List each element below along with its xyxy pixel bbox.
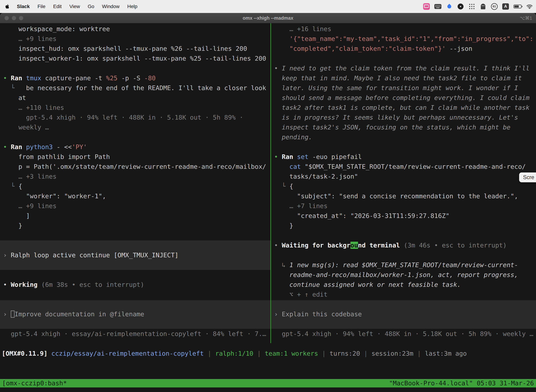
terminal-line: … +9 lines	[3, 201, 270, 211]
terminal-line: "completed","claim_token":"claim-token"}…	[274, 44, 536, 54]
terminal-line: }	[274, 221, 536, 231]
window-title: omx --xhigh --madmax	[0, 15, 536, 21]
window-shortcut-hint: ⌥⌘1	[520, 15, 532, 21]
terminal-line: continue assigned work or next feasible …	[274, 280, 536, 289]
terminal-line: … +16 lines	[274, 24, 536, 34]
terminal-line: … +7 lines	[274, 201, 536, 211]
terminal-line: … +3 lines	[3, 172, 270, 182]
apple-menu-icon[interactable]	[5, 4, 9, 9]
menu-help[interactable]: Help	[127, 4, 138, 9]
terminal-line: '{"team_name":"my-team","task_id":"1","f…	[274, 34, 536, 44]
menu-bar: Slack File Edit View Go Window Help 61 A	[0, 0, 536, 13]
omx-status-line: [OMX#0.11.9] cczip/essay/ai-reimplementa…	[2, 349, 467, 359]
terminal-line: └ be necessary for the end of the README…	[3, 83, 270, 93]
battery-icon[interactable]	[513, 2, 522, 10]
terminal-line: ]	[3, 211, 270, 221]
terminal-line: ↳ 1 new msg(s): read $OMX_TEAM_STATE_ROO…	[274, 260, 536, 270]
terminal-line: cat "$OMX_TEAM_STATE_ROOT/team/review-cu…	[274, 162, 536, 172]
terminal-line: "created_at": "2026-03-31T11:59:27.816Z"	[274, 211, 536, 221]
terminal-line: › Ralph loop active continue [OMX_TMUX_I…	[3, 250, 270, 260]
terminal-line: weekly …	[3, 122, 270, 132]
window-title-bar[interactable]: omx --xhigh --madmax ⌥⌘1	[0, 13, 536, 23]
terminal-line: "worker": "worker-1",	[3, 191, 270, 201]
screen-recording-icon[interactable]	[423, 2, 430, 10]
left-terminal-pane[interactable]: workspace_mode: worktree … +9 lines insp…	[0, 23, 270, 343]
app-menu-slack[interactable]: Slack	[17, 4, 30, 9]
ghost-icon[interactable]	[480, 2, 486, 10]
dots-grid-icon[interactable]	[469, 2, 475, 10]
terminal-line: … +9 lines	[3, 34, 270, 44]
terminal-line: "subject": "send a concise recommendatio…	[274, 191, 536, 201]
menu-edit[interactable]: Edit	[53, 4, 62, 9]
terminal-line: pending.	[274, 132, 536, 142]
tmux-session-label: [omx-cczip0:bash*	[2, 379, 67, 387]
menu-file[interactable]: File	[38, 4, 45, 9]
terminal-line: inspect task2's JSON, focusing on the st…	[274, 122, 536, 132]
terminal-line: is in progress? It seems likely but perh…	[274, 112, 536, 122]
keyboard-icon[interactable]	[434, 2, 441, 10]
terminal-line: › Improve documentation in @filename	[3, 309, 270, 319]
tmux-status-bar: [omx-cczip0:bash* "MacBook-Pro-44.local"…	[0, 379, 536, 387]
terminal-line: inspect_worker-1: omx sparkshell --tmux-…	[3, 54, 270, 63]
terminal-line: gpt-5.4 xhigh · essay/ai-reimplementatio…	[3, 329, 270, 339]
menu-bar-left: Slack File Edit View Go Window Help	[5, 4, 137, 9]
terminal-line: from pathlib import Path	[3, 152, 270, 162]
terminal-line: should send a message before completing …	[274, 93, 536, 103]
terminal-line: keep that in mind. Maybe I also need the…	[274, 73, 536, 83]
dark-app-icon[interactable]	[457, 2, 464, 10]
terminal-line: tasks/task-2.json"	[274, 172, 536, 182]
terminal-line: gpt-5.4 xhigh · 94% left · 488K in · 5.1…	[274, 329, 536, 339]
badge-61-icon[interactable]: 61	[491, 3, 498, 10]
terminal-line: gpt-5.4 xhigh · 94% left · 488K in · 5.1…	[3, 112, 270, 122]
terminal-line: later. Using the same for transition mig…	[274, 83, 536, 93]
terminal-line: • Ran set -euo pipefail	[274, 152, 536, 162]
screen-share-overlay: Scre	[519, 173, 536, 182]
terminal-line: └ {	[274, 182, 536, 191]
menu-bar-status-icons: 61 A	[423, 2, 533, 10]
terminal-line: … +110 lines	[3, 103, 270, 112]
tmux-host-clock: "MacBook-Pro-44.local" 05:03 31-Mar-26	[389, 379, 534, 387]
terminal-line: p = Path('.omx/state/team/review-current…	[3, 162, 270, 172]
terminal-line: • Ran python3 - <<'PY'	[3, 142, 270, 152]
terminal-line: └ {	[3, 182, 270, 191]
terminal-line: • Ran tmux capture-pane -t %25 -p -S -80	[3, 73, 270, 83]
terminal-line: • Waiting for background terminal (3m 46…	[274, 240, 536, 250]
menu-view[interactable]: View	[69, 4, 80, 9]
terminal: workspace_mode: worktree … +9 lines insp…	[0, 23, 536, 392]
terminal-line: workspace_mode: worktree	[3, 24, 270, 34]
terminal-line: • Working (6m 38s • esc to interrupt)	[3, 280, 270, 289]
menu-window[interactable]: Window	[102, 4, 120, 9]
terminal-line: readme-and-reco/mailbox/worker-1.json, a…	[274, 270, 536, 280]
droplet-icon[interactable]	[446, 2, 453, 10]
terminal-line: • I need to get the claim token from the…	[274, 63, 536, 73]
terminal-line: ⌥ + ↑ edit	[274, 289, 536, 299]
menu-go[interactable]: Go	[88, 4, 94, 9]
right-terminal-pane[interactable]: … +16 lines '{"team_name":"my-team","tas…	[271, 23, 536, 343]
terminal-line: inspect_hud: omx sparkshell --tmux-pane …	[3, 44, 270, 54]
terminal-line: task2 after task1 is complete, but can I…	[274, 103, 536, 112]
terminal-line: at	[3, 93, 270, 103]
input-source-icon[interactable]: A	[502, 3, 509, 10]
screen: Slack File Edit View Go Window Help 61 A…	[0, 0, 536, 392]
terminal-line: }	[3, 221, 270, 231]
wifi-icon[interactable]	[526, 2, 533, 10]
terminal-line: › Explain this codebase	[274, 309, 536, 319]
